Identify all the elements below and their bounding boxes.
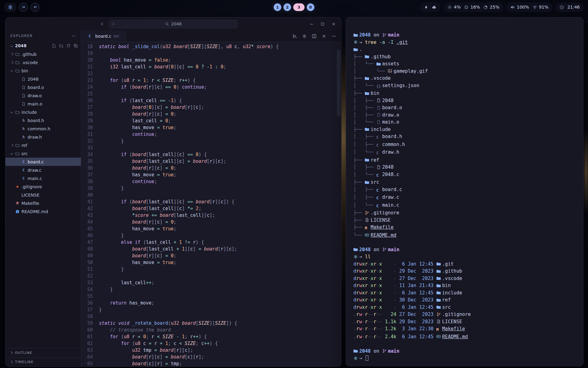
code-line-30[interactable]: 30 has_move = true;	[81, 124, 341, 131]
explorer-item-2048[interactable]: 2048	[6, 75, 81, 83]
workspace-8[interactable]: 8	[307, 3, 315, 11]
volume-control[interactable]: 100%	[510, 5, 529, 10]
explorer-item-board.c[interactable]: Cboard.c	[6, 158, 81, 166]
wifi-control[interactable]: 91%	[533, 5, 548, 10]
code-line-47[interactable]: 47 else if (last_cell + 1 != r) {	[81, 239, 341, 246]
explorer-item-main.o[interactable]: main.o	[6, 100, 81, 108]
explorer-item-.github[interactable]: .github	[6, 50, 81, 58]
code-line-36[interactable]: 36 board[r][c] = 0;	[81, 165, 341, 171]
code-line-43[interactable]: 43 *score += board[last_cell][c];	[81, 212, 341, 219]
nav-forward-icon[interactable]	[111, 21, 116, 26]
outline-panel[interactable]: OUTLINE	[6, 348, 81, 357]
explorer-item-src[interactable]: src	[6, 149, 81, 158]
code-line-59[interactable]: 59static void _rotate_board(u32 board[SI…	[81, 320, 341, 327]
close-window-button[interactable]	[330, 20, 337, 28]
code-area[interactable]: 18static bool _slide_col(u32 board[SIZE]…	[81, 42, 341, 366]
workspace-3[interactable]: 3	[293, 3, 305, 11]
code-line-48[interactable]: 48 board[last_cell + 1][c] = board[r][c]…	[81, 246, 341, 252]
code-line-50[interactable]: 50 has_move = true;	[81, 259, 341, 266]
terminal-window[interactable]: 2048 on main→ tree -a -I .git.├── .githu…	[346, 17, 583, 366]
more-editor-actions-button[interactable]	[331, 34, 336, 39]
explorer-item-include[interactable]: include	[6, 108, 81, 116]
code-line-49[interactable]: 49 board[r][c] = 0;	[81, 252, 341, 259]
clock-widget[interactable]: 21:46	[556, 2, 584, 12]
code-line-64[interactable]: 64 board[r][c] = board[c][r];	[81, 354, 341, 360]
run-file-button[interactable]	[292, 34, 297, 39]
explorer-item-Makefile[interactable]: MMakefile	[6, 199, 81, 207]
code-line-41[interactable]: 41 if (board[last_cell][c] == board[r][c…	[81, 198, 341, 205]
terminal-body[interactable]: 2048 on main→ tree -a -I .git.├── .githu…	[346, 17, 583, 366]
new-file-button[interactable]	[52, 44, 56, 48]
workspace-1[interactable]: 1	[274, 3, 281, 11]
explorer-item-LICENSE[interactable]: LICENSE	[6, 191, 81, 199]
code-line-61[interactable]: 61 for (u8 r = 0; r < SIZE - 1; r++) {	[81, 333, 341, 340]
refresh-explorer-button[interactable]	[66, 44, 71, 48]
explorer-item-board.o[interactable]: board.o	[6, 83, 81, 91]
code-line-35[interactable]: 35 board[last_cell][c] = board[r][c];	[81, 158, 341, 165]
scrollbar-thumb[interactable]	[337, 49, 341, 116]
explorer-item-draw.c[interactable]: Cdraw.c	[6, 166, 81, 174]
code-line-55[interactable]: 55	[81, 293, 341, 300]
code-line-31[interactable]: 31 continue;	[81, 131, 341, 138]
code-line-33[interactable]: 33	[81, 144, 341, 151]
code-line-57[interactable]: 57}	[81, 306, 341, 313]
timeline-panel[interactable]: TIMELINE	[6, 357, 81, 366]
explorer-item-README.md[interactable]: README.md	[6, 207, 81, 216]
code-line-63[interactable]: 63 u32 tmp = board[r][c];	[81, 347, 341, 354]
explorer-item-.vscode[interactable]: .vscode	[6, 58, 81, 67]
code-line-45[interactable]: 45 has_move = true;	[81, 225, 341, 232]
code-line-60[interactable]: 60 // transpose the board	[81, 327, 341, 333]
code-line-52[interactable]: 52	[81, 273, 341, 279]
code-line-25[interactable]: 25	[81, 90, 341, 97]
tab-board-c[interactable]: C board.c src	[81, 30, 125, 42]
media-prev-button[interactable]	[19, 3, 28, 12]
explorer-item-draw.h[interactable]: hdraw.h	[6, 133, 81, 141]
explorer-item-board.h[interactable]: hboard.h	[6, 116, 81, 125]
nav-back-icon[interactable]	[100, 21, 105, 26]
explorer-item-bin[interactable]: bin	[6, 67, 81, 75]
split-editor-button[interactable]	[312, 34, 317, 39]
code-line-39[interactable]: 39 }	[81, 185, 341, 192]
code-line-62[interactable]: 62 for (u8 c = r + 1; c < SIZE; c++) {	[81, 340, 341, 347]
code-line-26[interactable]: 26 if (last_cell == -1) {	[81, 97, 341, 104]
code-line-23[interactable]: 23 for (u8 r = 1; r < SIZE; r++) {	[81, 77, 341, 84]
code-line-22[interactable]: 22	[81, 70, 341, 77]
code-line-32[interactable]: 32 }	[81, 138, 341, 144]
code-line-29[interactable]: 29 last_cell = 0;	[81, 117, 341, 124]
explorer-item-.gitignore[interactable]: .gitignore	[6, 182, 81, 191]
code-line-40[interactable]: 40	[81, 192, 341, 198]
explorer-root-folder[interactable]: 2048	[6, 41, 81, 50]
code-line-53[interactable]: 53 last_cell++;	[81, 279, 341, 286]
explorer-item-ref[interactable]: ref	[6, 141, 81, 149]
command-center[interactable]: 2048	[109, 20, 238, 28]
code-line-51[interactable]: 51 }	[81, 266, 341, 273]
launcher-button[interactable]	[4, 2, 16, 12]
code-line-24[interactable]: 24 if (board[r][c] == 0) continue;	[81, 84, 341, 90]
vscode-window[interactable]: 2048 EXPLORER 2048 .git	[5, 17, 341, 367]
code-line-65[interactable]: 65 board[c][r] = tmp;	[81, 360, 341, 366]
weather-widget[interactable]	[420, 2, 440, 12]
code-line-42[interactable]: 42 board[last_cell][c] *= 2;	[81, 205, 341, 212]
code-line-28[interactable]: 28 board[r][c] = 0;	[81, 111, 341, 117]
explorer-more-actions-icon[interactable]	[71, 34, 76, 38]
media-next-button[interactable]	[31, 3, 40, 12]
explorer-item-draw.o[interactable]: draw.o	[6, 91, 81, 100]
code-line-34[interactable]: 34 if (board[last_cell][c] == 0) {	[81, 151, 341, 158]
code-line-18[interactable]: 18static bool _slide_col(u32 board[SIZE]…	[81, 43, 341, 50]
collapse-folders-button[interactable]	[74, 44, 78, 48]
code-line-44[interactable]: 44 board[r][c] = 0;	[81, 219, 341, 225]
code-line-46[interactable]: 46 }	[81, 232, 341, 239]
minimize-button[interactable]	[307, 20, 315, 28]
code-line-56[interactable]: 56 return has_move;	[81, 300, 341, 306]
code-line-20[interactable]: 20 bool has_move = false;	[81, 57, 341, 63]
code-line-19[interactable]: 19	[81, 50, 341, 57]
code-line-37[interactable]: 37 has_move = true;	[81, 171, 341, 178]
explorer-item-main.c[interactable]: Cmain.c	[6, 174, 81, 182]
code-line-58[interactable]: 58	[81, 313, 341, 320]
explorer-item-common.h[interactable]: hcommon.h	[6, 125, 81, 133]
code-line-38[interactable]: 38 continue;	[81, 178, 341, 185]
code-line-27[interactable]: 27 board[0][c] = board[r][c];	[81, 104, 341, 111]
code-line-21[interactable]: 21 i32 last_cell = board[0][c] == 0 ? -1…	[81, 63, 341, 70]
workspace-2[interactable]: 2	[284, 3, 291, 11]
new-folder-button[interactable]	[59, 44, 64, 48]
